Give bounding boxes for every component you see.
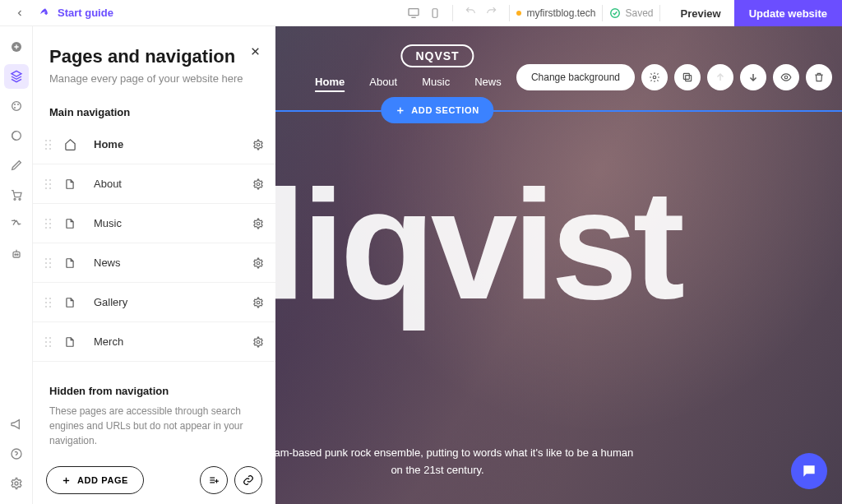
page-name: Gallery (94, 296, 252, 308)
rail-theme[interactable] (4, 123, 29, 148)
duplicate-section-button[interactable] (674, 64, 701, 90)
add-link-button[interactable] (234, 466, 262, 494)
page-row-main[interactable]: News (33, 243, 275, 283)
rail-store[interactable] (4, 183, 29, 207)
add-page-button[interactable]: ADD PAGE (46, 466, 144, 494)
svg-point-58 (45, 345, 47, 347)
site-nav-link[interactable]: Home (315, 76, 345, 92)
page-settings-button[interactable] (252, 178, 264, 190)
rail-styles[interactable] (4, 94, 29, 118)
arrow-down-icon (747, 72, 759, 83)
page-row-main[interactable]: Home (33, 125, 275, 164)
page-settings-button[interactable] (252, 139, 264, 150)
svg-point-8 (14, 107, 16, 109)
tool-rail (0, 26, 33, 504)
drag-handle-icon[interactable] (44, 178, 58, 190)
section-settings-button[interactable] (641, 64, 668, 90)
rail-settings[interactable] (4, 471, 29, 496)
move-up-button[interactable] (707, 64, 733, 90)
svg-point-11 (19, 198, 21, 200)
check-icon (609, 7, 621, 19)
site-nav-link[interactable]: News (474, 76, 502, 92)
svg-point-46 (257, 261, 260, 265)
rail-pages[interactable] (4, 64, 29, 89)
add-dropdown-button[interactable] (200, 466, 228, 494)
arrow-up-icon (715, 72, 726, 83)
page-settings-button[interactable] (252, 297, 264, 308)
move-down-button[interactable] (740, 64, 766, 90)
page-settings-button[interactable] (252, 257, 264, 269)
mobile-view-button[interactable] (424, 2, 446, 24)
drag-handle-icon[interactable] (44, 139, 58, 150)
page-name: Merch (94, 335, 252, 348)
start-guide-link[interactable]: Start guide (39, 7, 113, 19)
site-nav-link[interactable]: Music (422, 76, 450, 92)
desktop-view-button[interactable] (403, 2, 424, 24)
undo-button[interactable] (460, 2, 481, 24)
svg-point-10 (14, 198, 16, 200)
copy-icon (682, 72, 693, 83)
home-icon (64, 138, 84, 150)
drag-handle-icon[interactable] (44, 257, 58, 269)
back-button[interactable] (8, 2, 31, 25)
hidden-nav-description: These pages are accessible through searc… (33, 404, 275, 456)
main-nav-section-label: Main navigation (33, 98, 275, 125)
preview-button[interactable]: Preview (667, 7, 733, 20)
svg-point-30 (45, 187, 47, 189)
rail-add[interactable] (4, 35, 29, 59)
panel-title: Pages and navigation (49, 46, 256, 67)
svg-point-6 (14, 104, 16, 105)
svg-point-16 (15, 482, 18, 485)
plus-icon (62, 476, 71, 485)
page-settings-button[interactable] (252, 218, 264, 229)
change-background-button[interactable]: Change background (516, 64, 635, 90)
rail-announce[interactable] (4, 412, 29, 437)
status-dot-icon (516, 11, 521, 16)
svg-point-48 (49, 298, 51, 299)
svg-point-53 (257, 301, 260, 304)
panel-subtitle: Manage every page of your website here (49, 72, 256, 85)
svg-point-50 (49, 302, 51, 303)
delete-section-button[interactable] (806, 64, 832, 90)
canvas-toolbar: Change background (516, 64, 832, 90)
visibility-button[interactable] (773, 64, 799, 90)
rail-blog[interactable] (4, 153, 29, 178)
chat-support-button[interactable] (791, 453, 827, 489)
add-section-label: ADD SECTION (411, 105, 479, 115)
site-logo[interactable]: NQVST (400, 44, 474, 67)
svg-point-54 (45, 337, 47, 339)
svg-point-47 (45, 298, 47, 299)
rocket-icon (39, 7, 51, 19)
svg-point-5 (12, 102, 21, 111)
separator (452, 5, 453, 21)
tagline-line-2: on the 21st century. (391, 464, 483, 476)
svg-point-14 (16, 254, 17, 255)
rail-ai[interactable] (4, 242, 29, 266)
svg-point-21 (45, 144, 47, 146)
add-section-button[interactable]: ADD SECTION (381, 97, 493, 123)
drag-handle-icon[interactable] (44, 336, 58, 348)
redo-button[interactable] (481, 2, 502, 24)
svg-point-52 (49, 306, 51, 307)
svg-point-26 (45, 179, 47, 181)
saved-label: Saved (625, 7, 653, 19)
add-page-label: ADD PAGE (77, 475, 128, 485)
rail-languages[interactable] (4, 212, 29, 237)
domain-display[interactable]: myfirstblog.tech (516, 7, 595, 19)
update-website-button[interactable]: Update website (734, 0, 842, 26)
close-panel-button[interactable] (250, 46, 261, 57)
site-nav-link[interactable]: About (369, 76, 397, 92)
page-settings-button[interactable] (252, 336, 264, 348)
rail-help[interactable] (4, 442, 29, 466)
drag-handle-icon[interactable] (44, 297, 58, 308)
page-row-main[interactable]: About (33, 164, 275, 204)
drag-handle-icon[interactable] (44, 218, 58, 229)
page-name: News (94, 257, 252, 269)
page-row-main[interactable]: Gallery (33, 283, 275, 322)
plus-icon (396, 106, 405, 115)
start-guide-label: Start guide (58, 7, 113, 19)
svg-point-59 (49, 345, 51, 347)
page-row-main[interactable]: Merch (33, 322, 275, 362)
page-row-main[interactable]: Music (33, 204, 275, 243)
gear-icon (649, 72, 660, 83)
